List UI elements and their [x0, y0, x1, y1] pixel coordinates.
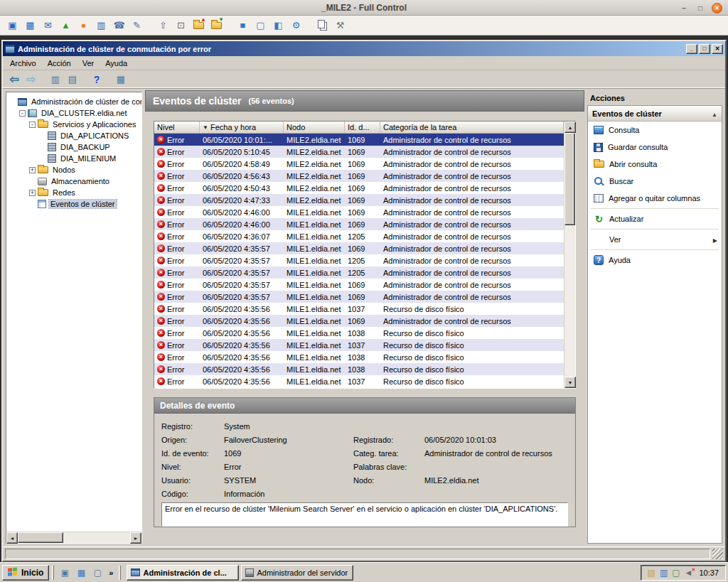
action-abrir-consulta[interactable]: Abrir consulta	[588, 156, 722, 173]
network-icon[interactable]: ▥	[660, 568, 668, 577]
tools-icon[interactable]: ⚒	[331, 17, 349, 34]
app-titlebar[interactable]: Administración de clúster de conmutación…	[3, 41, 725, 56]
maximize-button[interactable]: □	[699, 44, 710, 54]
minimize-button[interactable]: _	[686, 44, 697, 54]
volume-muted-icon[interactable]: ◄	[685, 568, 693, 577]
action-ver[interactable]: Ver	[588, 231, 722, 248]
help-button[interactable]: ?	[88, 72, 105, 87]
action-buscar[interactable]: Buscar	[588, 173, 722, 190]
action-ayuda[interactable]: Ayuda	[588, 252, 722, 269]
record-icon[interactable]: ●	[75, 17, 92, 34]
scrollbar-thumb[interactable]	[564, 133, 575, 225]
tree-item[interactable]: Almacenamiento	[6, 176, 141, 187]
file-download-icon[interactable]	[208, 17, 225, 34]
tree-item[interactable]: DIA_BACKUP	[6, 141, 141, 153]
scrollbar-thumb[interactable]	[18, 532, 63, 543]
event-row[interactable]: Error 06/05/2020 4:35:57 MILE1.eldia.net…	[154, 254, 564, 266]
tree-item[interactable]: + Redes	[6, 187, 141, 198]
event-row[interactable]: Error 06/05/2020 4:47:33 MILE2.eldia.net…	[154, 194, 564, 206]
event-row[interactable]: Error 06/05/2020 4:35:57 MILE1.eldia.net…	[154, 242, 564, 254]
event-row[interactable]: Error 06/05/2020 4:35:57 MILE1.eldia.net…	[154, 266, 564, 279]
dual-screen-icon[interactable]: ▥	[92, 17, 110, 34]
quick-launch-monitor-icon[interactable]: ▦	[73, 565, 89, 581]
window-icon[interactable]: ▤	[648, 568, 655, 577]
column-header[interactable]: Nodo	[284, 122, 345, 133]
tree-item[interactable]: - DIA_CLUSTER.eldia.net	[6, 107, 141, 119]
phone-icon[interactable]: ☎	[110, 17, 128, 34]
start-button[interactable]: Inicio	[2, 565, 49, 581]
tree-item[interactable]: + Nodos	[6, 164, 141, 176]
column-header[interactable]: Categoría de la tarea	[380, 122, 564, 133]
forward-button[interactable]: ⇨	[23, 72, 40, 87]
tree-expander-icon[interactable]: +	[29, 167, 36, 173]
show-desktop-icon[interactable]: ▢	[90, 565, 105, 581]
column-header[interactable]: Nivel	[154, 122, 200, 133]
send-keys-icon[interactable]: ⇧	[154, 17, 172, 34]
event-row[interactable]: Error 06/05/2020 4:35:56 MILE1.eldia.net…	[154, 375, 564, 387]
quick-launch-remote-icon[interactable]: ▣	[57, 565, 73, 581]
scroll-up-button[interactable]	[564, 122, 576, 133]
event-row[interactable]: Error 06/05/2020 4:36:07 MILE1.eldia.net…	[154, 230, 564, 242]
connection-options-icon[interactable]: ✉	[39, 17, 57, 34]
tree-item[interactable]: Administración de clúster de conmu	[6, 96, 141, 107]
remote-titlebar[interactable]: _MILE2 - Full Control – □ ✕	[0, 0, 728, 16]
event-row[interactable]: Error 06/05/2020 4:35:56 MILE1.eldia.net…	[154, 363, 564, 375]
event-row[interactable]: Error 06/05/2020 4:35:56 MILE1.eldia.net…	[154, 327, 564, 339]
maximize-button[interactable]: □	[695, 3, 705, 13]
tree-item[interactable]: Eventos de clúster	[6, 198, 141, 210]
scale-icon[interactable]: ▢	[252, 17, 269, 34]
menu-item[interactable]: Ver	[77, 58, 100, 69]
new-connection-icon[interactable]: ▣	[4, 17, 21, 34]
event-row[interactable]: Error 06/05/2020 10:01:... MILE2.eldia.n…	[154, 134, 564, 146]
action-guardar-consulta[interactable]: Guardar consulta	[588, 139, 722, 156]
menu-item[interactable]: Archivo	[4, 58, 42, 69]
scroll-left-button[interactable]	[6, 532, 18, 544]
tree-expander-icon[interactable]: +	[29, 190, 36, 196]
events-vertical-scrollbar[interactable]	[564, 122, 575, 388]
tree-item[interactable]: - Servicios y Aplicaciones	[6, 119, 141, 130]
event-row[interactable]: Error 06/05/2020 4:35:57 MILE1.eldia.net…	[154, 279, 564, 291]
copy-icon[interactable]	[314, 17, 331, 34]
tree-horizontal-scrollbar[interactable]	[6, 532, 141, 543]
lock-icon[interactable]: ⊡	[172, 17, 190, 34]
action-actualizar[interactable]: Actualizar	[588, 210, 722, 227]
screen-icon[interactable]: ◧	[269, 17, 287, 34]
export-list-button[interactable]: ▤	[64, 72, 81, 87]
event-row[interactable]: Error 06/05/2020 4:35:57 MILE1.eldia.net…	[154, 291, 564, 303]
actions-section-header[interactable]: Eventos de clúster	[588, 106, 722, 122]
connect-icon[interactable]: ▲	[57, 17, 75, 34]
resize-grip[interactable]	[712, 549, 723, 559]
tree-item[interactable]: DIA_MILENIUM	[6, 153, 141, 164]
action-consulta[interactable]: Consulta	[588, 122, 722, 139]
event-row[interactable]: Error 06/05/2020 4:46:00 MILE1.eldia.net…	[154, 206, 564, 218]
event-row[interactable]: Error 06/05/2020 4:35:56 MILE1.eldia.net…	[154, 339, 564, 351]
event-row[interactable]: Error 06/05/2020 4:50:43 MILE2.eldia.net…	[154, 182, 564, 194]
chat-icon[interactable]: ✎	[128, 17, 146, 34]
view-button[interactable]: ▦	[112, 72, 129, 87]
action-agregar-quitar-columnas[interactable]: Agregar o quitar columnas	[588, 190, 722, 207]
event-row[interactable]: Error 06/05/2020 4:35:56 MILE1.eldia.net…	[154, 303, 564, 315]
taskbar-window-button[interactable]: Administrador del servidor	[241, 565, 353, 581]
event-row[interactable]: Error 06/05/2020 4:58:49 MILE2.eldia.net…	[154, 158, 564, 170]
tree-expander-icon[interactable]: -	[29, 122, 36, 128]
column-header[interactable]: Id. d...	[345, 122, 380, 133]
scrollbar-track[interactable]	[18, 532, 130, 543]
back-button[interactable]: ⇦	[6, 72, 23, 87]
event-row[interactable]: Error 06/05/2020 5:10:45 MILE2.eldia.net…	[154, 146, 564, 158]
close-button[interactable]: ✕	[712, 44, 723, 54]
event-row[interactable]: Error 06/05/2020 4:35:56 MILE1.eldia.net…	[154, 351, 564, 363]
file-upload-icon[interactable]	[190, 17, 208, 34]
taskbar-window-button[interactable]: Administración de cl...	[127, 565, 239, 581]
collapse-section-icon[interactable]	[712, 109, 717, 118]
scroll-right-button[interactable]	[130, 532, 141, 544]
monitor-icon[interactable]: ▢	[672, 568, 680, 577]
menu-item[interactable]: Ayuda	[100, 58, 133, 69]
menu-item[interactable]: Acción	[42, 58, 77, 69]
column-header[interactable]: ▼ Fecha y hora	[200, 122, 284, 133]
save-session-icon[interactable]: ▦	[21, 17, 39, 34]
scrollbar-track[interactable]	[564, 133, 575, 377]
quick-launch-overflow-chevron[interactable]: »	[106, 568, 116, 577]
fullscreen-icon[interactable]: ■	[234, 17, 252, 34]
minimize-button[interactable]: –	[679, 3, 689, 13]
screen-settings-icon[interactable]: ⚙	[287, 17, 305, 34]
